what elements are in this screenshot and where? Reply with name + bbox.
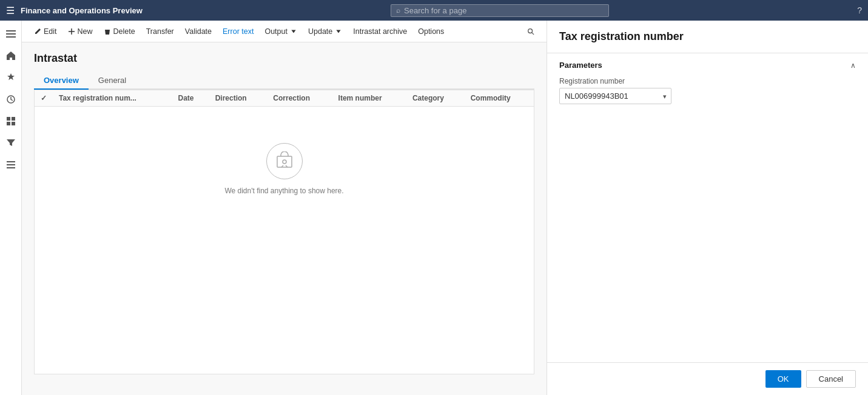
search-input[interactable] <box>404 6 604 15</box>
registration-number-group: Registration number NL006999943B01 <box>559 77 856 104</box>
global-search[interactable]: ⌕ <box>391 4 609 17</box>
right-panel: Tax registration number Parameters ∧ Reg… <box>547 21 868 395</box>
svg-rect-7 <box>12 122 15 125</box>
options-button[interactable]: Options <box>413 25 449 38</box>
right-panel-header: Tax registration number <box>547 21 868 53</box>
validate-button[interactable]: Validate <box>180 25 217 38</box>
recent-icon[interactable] <box>1 90 21 109</box>
svg-rect-9 <box>7 164 15 165</box>
tabs: Overview General <box>34 72 534 90</box>
data-table: ✓ Tax registration num... Date Direction… <box>35 90 534 231</box>
workspaces-icon[interactable] <box>1 111 21 131</box>
registration-number-select[interactable]: NL006999943B01 <box>559 88 671 104</box>
hamburger-icon[interactable]: ☰ <box>6 5 15 16</box>
empty-state-message: We didn't find anything to show here. <box>224 187 343 195</box>
favorites-icon[interactable] <box>1 68 21 87</box>
column-correction[interactable]: Correction <box>267 90 332 107</box>
right-panel-title: Tax registration number <box>559 30 856 43</box>
svg-rect-6 <box>7 122 10 125</box>
section-header[interactable]: Parameters ∧ <box>559 61 856 70</box>
svg-rect-2 <box>6 36 16 38</box>
app-title: Finance and Operations Preview <box>21 6 143 15</box>
action-search-button[interactable] <box>522 25 539 38</box>
section-title: Parameters <box>559 61 602 70</box>
update-button[interactable]: Update <box>303 25 347 38</box>
page-title: Intrastat <box>34 52 534 65</box>
intrastat-archive-button[interactable]: Intrastat archive <box>348 25 412 38</box>
output-button[interactable]: Output <box>260 25 302 38</box>
column-category[interactable]: Category <box>406 90 465 107</box>
registration-number-label: Registration number <box>559 77 856 85</box>
svg-rect-8 <box>7 161 15 162</box>
svg-rect-1 <box>6 33 16 35</box>
data-table-container: ✓ Tax registration num... Date Direction… <box>34 90 534 374</box>
empty-state: We didn't find anything to show here. <box>35 107 534 231</box>
parameters-section: Parameters ∧ Registration number NL00699… <box>547 53 868 119</box>
filter-icon[interactable] <box>1 133 21 153</box>
column-direction[interactable]: Direction <box>209 90 267 107</box>
svg-rect-0 <box>6 30 16 32</box>
empty-state-icon <box>266 143 303 179</box>
svg-rect-5 <box>12 117 15 121</box>
delete-button[interactable]: Delete <box>99 25 140 38</box>
action-bar: Edit New Delete Transfer Validate Erro <box>22 21 547 42</box>
top-bar: ☰ Finance and Operations Preview ⌕ ? <box>0 0 868 21</box>
svg-rect-13 <box>277 156 292 167</box>
new-button[interactable]: New <box>63 25 98 38</box>
edit-button[interactable]: Edit <box>29 25 62 38</box>
content-area: Edit New Delete Transfer Validate Erro <box>22 21 547 395</box>
svg-rect-4 <box>7 117 10 121</box>
column-item-number[interactable]: Item number <box>332 90 406 107</box>
ok-button[interactable]: OK <box>765 370 801 388</box>
error-text-button[interactable]: Error text <box>218 25 258 38</box>
tab-general[interactable]: General <box>89 72 136 90</box>
svg-rect-10 <box>7 167 15 168</box>
svg-point-14 <box>283 160 286 164</box>
transfer-button[interactable]: Transfer <box>141 25 179 38</box>
column-check[interactable]: ✓ <box>35 90 53 107</box>
home-icon[interactable] <box>1 46 21 65</box>
chevron-up-icon: ∧ <box>850 61 856 70</box>
column-date[interactable]: Date <box>172 90 209 107</box>
list-icon[interactable] <box>1 155 21 174</box>
page-content: Intrastat Overview General ✓ <box>22 42 547 395</box>
right-panel-footer: OK Cancel <box>547 362 868 395</box>
registration-number-select-wrapper: NL006999943B01 <box>559 88 671 104</box>
svg-line-12 <box>532 33 534 35</box>
cancel-button[interactable]: Cancel <box>806 370 856 388</box>
column-tax-reg[interactable]: Tax registration num... <box>53 90 172 107</box>
svg-point-11 <box>528 28 533 33</box>
column-commodity[interactable]: Commodity <box>465 90 534 107</box>
sidebar <box>0 21 22 395</box>
search-icon: ⌕ <box>396 6 400 15</box>
hamburger-menu-icon[interactable] <box>1 24 21 44</box>
help-icon[interactable]: ? <box>857 5 862 15</box>
tab-overview[interactable]: Overview <box>34 72 89 90</box>
